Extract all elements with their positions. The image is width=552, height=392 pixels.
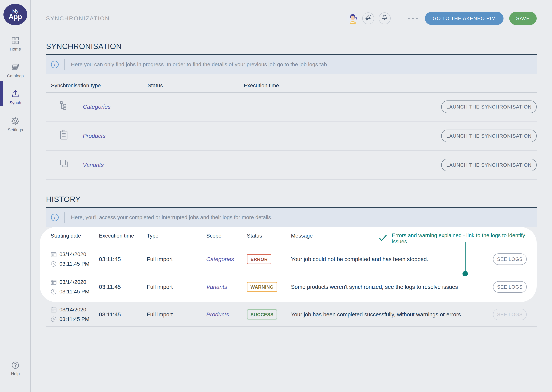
sync-scope-link[interactable]: Variants (83, 162, 148, 168)
info-icon: i (51, 61, 59, 68)
status-badge-warning: WARNING (247, 282, 277, 292)
top-bar: SYNCHRONIZATION (46, 12, 537, 25)
info-divider (64, 212, 65, 223)
history-row-warning: 03/14/2020 03:11:45 PM 03:11:45 Full imp… (46, 273, 537, 301)
categories-tree-icon (59, 100, 83, 113)
info-divider (64, 59, 65, 70)
column-header-execution-time: Execution time (244, 83, 537, 89)
history-execution-time: 03:11:45 (99, 256, 147, 262)
column-header-type: Type (147, 233, 206, 239)
sidebar-item-home[interactable]: Home (0, 36, 31, 52)
synchronisation-section-title: SYNCHRONISATION (46, 42, 537, 51)
status-badge-success: SUCCESS (247, 309, 277, 319)
sidebar-item-label: Home (10, 47, 21, 52)
clock-icon (51, 261, 57, 267)
history-message: Your job has been completed successfully… (291, 311, 486, 318)
calendar-icon (51, 251, 57, 258)
topbar-divider (399, 12, 399, 25)
info-icon: i (51, 214, 59, 221)
sidebar-item-label: Help (11, 371, 20, 376)
column-header-scope: Scope (206, 233, 247, 239)
sidebar-item-label: Settings (8, 127, 23, 133)
sidebar: My App Home Catalogs (0, 0, 31, 392)
sync-row-variants: Variants LAUNCH THE SYNCHRONISATION (46, 151, 537, 180)
status-badge-error: ERROR (247, 254, 271, 264)
annotation-pointer-line (465, 242, 465, 274)
launch-synchronisation-button[interactable]: LAUNCH THE SYNCHRONISATION (441, 130, 537, 142)
annotation-text: Errors and warning explained - link to t… (392, 232, 537, 245)
main-area: SYNCHRONIZATION (31, 0, 552, 392)
go-to-akeneo-pim-button[interactable]: GO TO THE AKENEO PIM (425, 12, 503, 25)
see-logs-button[interactable]: SEE LOGS (493, 253, 527, 265)
sync-scope-link[interactable]: Categories (83, 104, 148, 110)
history-annotation: Errors and warning explained - link to t… (379, 232, 537, 245)
history-section-title: HISTORY (46, 195, 537, 204)
megaphone-icon (364, 14, 372, 23)
gear-icon (11, 116, 20, 126)
history-scope-link[interactable]: Products (206, 311, 247, 318)
history-scope-link[interactable]: Categories (206, 256, 247, 262)
history-type: Full import (147, 311, 206, 318)
synch-upload-icon (10, 89, 20, 99)
calendar-icon (51, 279, 57, 285)
sidebar-item-label: Synch (9, 100, 21, 105)
column-header-starting-date: Starting date (51, 233, 99, 239)
home-grid-icon (11, 36, 20, 45)
history-time: 03:11:45 PM (59, 316, 89, 322)
sidebar-item-label: Catalogs (7, 73, 24, 78)
history-highlight-panel: Errors and warning explained - link to t… (40, 227, 537, 302)
history-info-banner: i Here, you'll access your completed or … (46, 208, 537, 227)
history-date: 03/14/2020 (59, 279, 86, 285)
sync-row-categories: Categories LAUNCH THE SYNCHRONISATION (46, 92, 537, 122)
more-options-button[interactable] (406, 16, 419, 21)
history-execution-time: 03:11:45 (99, 311, 147, 318)
sidebar-item-help[interactable]: Help (0, 361, 31, 376)
see-logs-button[interactable]: SEE LOGS (493, 281, 527, 293)
save-button[interactable]: SAVE (509, 12, 537, 25)
see-logs-button-disabled: SEE LOGS (493, 309, 527, 320)
notifications-button[interactable] (379, 13, 391, 24)
column-header-status: Status (247, 233, 291, 239)
history-time: 03:11:45 PM (59, 261, 89, 267)
history-execution-time: 03:11:45 (99, 284, 147, 290)
help-icon (11, 361, 20, 370)
sidebar-item-synch[interactable]: Synch (0, 89, 31, 105)
app-window: My App Home Catalogs (0, 0, 552, 392)
column-header-status: Status (148, 83, 244, 89)
checkmark-icon (379, 234, 387, 243)
sidebar-item-settings[interactable]: Settings (0, 116, 31, 133)
app-logo-text-bottom: App (9, 14, 22, 20)
sync-scope-link[interactable]: Products (83, 133, 148, 139)
launch-synchronisation-button[interactable]: LAUNCH THE SYNCHRONISATION (441, 100, 537, 113)
launch-synchronisation-button[interactable]: LAUNCH THE SYNCHRONISATION (441, 159, 537, 171)
history-time: 03:11:45 PM (59, 289, 89, 295)
sync-table-header: Synchronisation type Status Execution ti… (46, 74, 537, 92)
products-clipboard-icon (59, 129, 83, 142)
history-info-text: Here, you'll access your completed or in… (71, 214, 272, 221)
history-message: Some products weren't synchronized; see … (291, 284, 486, 290)
history-type: Full import (147, 284, 206, 290)
page-title: SYNCHRONIZATION (46, 15, 110, 22)
sync-info-text: Here you can only find jobs in progress.… (71, 62, 328, 68)
history-date: 03/14/2020 (59, 251, 86, 258)
history-message: Your job could not be completed and has … (291, 256, 486, 262)
sync-info-banner: i Here you can only find jobs in progres… (46, 55, 537, 74)
user-avatar[interactable] (347, 13, 359, 24)
history-date: 03/14/2020 (59, 307, 86, 313)
announcements-button[interactable] (362, 13, 374, 24)
calendar-icon (51, 307, 57, 313)
column-header-execution-time: Execution time (99, 233, 147, 239)
history-row-success: 03/14/2020 03:11:45 PM 03:11:45 Full imp… (46, 303, 537, 327)
history-scope-link[interactable]: Variants (206, 284, 247, 290)
clock-icon (51, 289, 57, 295)
catalogs-book-icon (10, 63, 20, 72)
bell-icon (381, 14, 388, 23)
clock-icon (51, 316, 57, 322)
sync-row-products: Products LAUNCH THE SYNCHRONISATION (46, 122, 537, 151)
app-logo[interactable]: My App (3, 4, 27, 25)
sidebar-item-catalogs[interactable]: Catalogs (0, 63, 31, 78)
history-row-error: 03/14/2020 03:11:45 PM 03:11:45 Full imp… (46, 245, 537, 273)
history-type: Full import (147, 256, 206, 262)
annotation-pointer-dot (463, 271, 468, 276)
column-header-sync-type: Synchronisation type (51, 83, 148, 89)
